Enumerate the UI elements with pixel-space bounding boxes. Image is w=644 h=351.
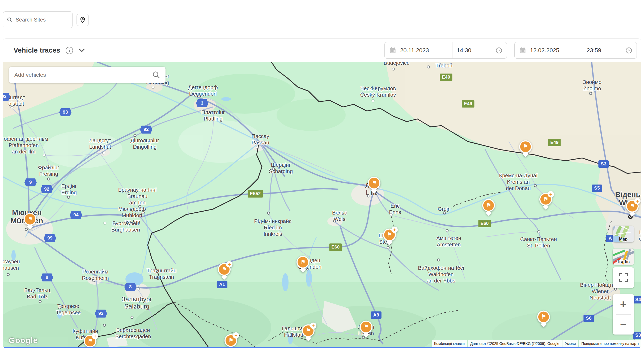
start-date-field[interactable]: 20.11.2023 — [385, 42, 452, 58]
road-shield-93: 93 — [59, 108, 71, 116]
fullscreen-icon — [619, 273, 628, 282]
town-dot-muehldorf — [142, 211, 145, 214]
town-dot-pfaffenhofen — [43, 154, 46, 157]
marker-plus-badge: + — [233, 332, 239, 339]
flag-icon: ⚑ — [371, 180, 377, 186]
top-bar — [0, 0, 644, 35]
vehicle-site-marker-12[interactable]: ⚑ — [537, 311, 550, 327]
terms-link[interactable]: Умови — [562, 340, 578, 347]
end-date-value: 12.02.2025 — [530, 47, 559, 54]
map-data-text: Дані карт ©2025 GeoBasis-DE/BKG (©2009),… — [468, 340, 562, 347]
start-datetime-group: 20.11.2023 14:30 — [384, 42, 507, 59]
end-time-field[interactable]: 23:59 — [582, 42, 637, 58]
vehicle-site-marker-9[interactable]: ⚑+ — [626, 200, 639, 216]
town-dot-st-poelten — [537, 230, 540, 233]
search-sites-input[interactable] — [16, 17, 69, 23]
town-dot-traunstein — [157, 277, 160, 280]
vehicle-site-marker-3[interactable]: ⚑+ — [383, 229, 396, 245]
marker-plus-badge: + — [548, 191, 554, 198]
vehicle-site-marker-4[interactable]: ⚑ — [296, 256, 309, 272]
locate-button[interactable] — [77, 14, 89, 26]
zoom-out-button[interactable]: − — [613, 315, 634, 335]
map-attribution: Комбінації клавіш Дані карт ©2025 GeoBas… — [432, 340, 641, 347]
vehicle-site-marker-7[interactable]: ⚑+ — [539, 193, 552, 209]
town-dot-freising — [47, 178, 50, 181]
add-vehicles-input[interactable] — [14, 72, 152, 78]
road-shield-e49: E49 — [548, 139, 561, 146]
flag-icon: ⚑ — [541, 314, 546, 320]
marker-plus-badge: + — [391, 227, 398, 233]
flag-icon: ⚑ — [228, 337, 234, 343]
start-date-value: 20.11.2023 — [400, 47, 429, 54]
road-shield-e49: E49 — [440, 74, 452, 81]
road-shield-e552: E552 — [248, 190, 263, 198]
vehicle-traces-card: Vehicle traces i — [3, 38, 641, 348]
flag-icon: ⚑ — [87, 338, 93, 344]
zoom-in-button[interactable]: + — [613, 294, 634, 314]
date-range-zone: 20.11.2023 14:30 — [384, 42, 637, 59]
search-sites-box[interactable] — [3, 11, 73, 28]
town-dot-rosenheim — [92, 279, 95, 282]
vehicle-site-marker-1[interactable]: ⚑ — [24, 213, 36, 229]
flag-icon: ⚑ — [523, 144, 528, 149]
map-canvas[interactable]: BudejoviceTřeboňЧескі-КрумловČeský Kruml… — [3, 62, 641, 348]
flag-icon: ⚑ — [27, 216, 33, 222]
report-error-link[interactable]: Повідомити про помилку на карті — [579, 340, 641, 347]
map-bottom-edge — [3, 347, 641, 348]
keyboard-shortcuts-link[interactable]: Комбінації клавіш — [432, 340, 467, 347]
fullscreen-button[interactable] — [613, 267, 634, 288]
vehicle-site-marker-6[interactable]: ⚑ — [519, 140, 532, 156]
town-dot-linz — [367, 195, 370, 198]
flag-icon: ⚑ — [300, 259, 306, 265]
marker-plus-badge: + — [226, 261, 232, 268]
location-pin-icon — [79, 16, 86, 23]
town-dot-krems — [534, 184, 537, 187]
vehicle-site-marker-2[interactable]: ⚑ — [368, 177, 380, 193]
vehicle-site-marker-5[interactable]: ⚑+ — [218, 263, 231, 279]
clock-icon — [495, 47, 502, 54]
search-icon — [152, 71, 160, 79]
chevron-down-icon[interactable] — [79, 49, 85, 52]
traffic-toggle[interactable]: Traffic — [613, 249, 634, 265]
road-shield-9: 9 — [24, 178, 37, 186]
town-dot-hallstatt — [287, 334, 290, 337]
flag-icon: ⚑ — [222, 266, 227, 272]
town-dot-ried — [267, 212, 270, 215]
town-dot-znojmo — [589, 92, 592, 95]
map-type-toggle[interactable]: Map — [613, 226, 634, 242]
vehicle-site-marker-13[interactable]: ⚑+ — [84, 335, 96, 348]
info-icon[interactable]: i — [66, 47, 73, 54]
town-dot-cesky-krumlov — [372, 100, 375, 102]
town-dot-landshut — [103, 152, 105, 155]
card-header: Vehicle traces i — [3, 39, 641, 62]
town-dot-budejovice — [392, 68, 395, 71]
road-shield-s3: S3 — [633, 332, 641, 339]
zoom-control: + − — [613, 294, 634, 335]
town-dot-waidhofen — [437, 259, 440, 262]
town-dot-braunau — [138, 205, 141, 208]
town-dot-erding — [67, 196, 70, 199]
add-vehicles-box[interactable] — [9, 67, 166, 83]
vehicle-site-marker-11[interactable]: ⚑ — [360, 321, 372, 337]
town-dot-bad-toelz — [39, 300, 42, 303]
town-dot-steyr — [387, 246, 390, 249]
vehicle-site-marker-14[interactable]: ⚑+ — [224, 334, 237, 348]
road-shield-s4: S4 — [633, 296, 641, 303]
road-shield-e60: E60 — [329, 243, 342, 251]
road-shield-8: 8 — [41, 273, 53, 281]
road-shield-3: 3 — [196, 99, 208, 107]
town-dot-tegernsee — [58, 306, 61, 309]
road-shield-8: 8 — [124, 283, 137, 291]
town-dot-kufstein — [103, 324, 106, 327]
search-icon — [7, 17, 12, 23]
town-dot-schaerding — [272, 168, 275, 170]
calendar-icon — [519, 47, 526, 54]
end-date-field[interactable]: 12.02.2025 — [515, 42, 582, 58]
town-dot-dingolfing — [134, 134, 137, 137]
vehicle-site-marker-10[interactable]: ⚑+ — [302, 324, 315, 340]
road-shield-e60: E60 — [478, 220, 491, 227]
start-time-field[interactable]: 14:30 — [452, 42, 507, 58]
town-dot-salzburg — [137, 288, 140, 290]
vehicle-site-marker-8[interactable]: ⚑ — [482, 199, 495, 215]
town-dot-ingolstadt — [11, 106, 14, 109]
